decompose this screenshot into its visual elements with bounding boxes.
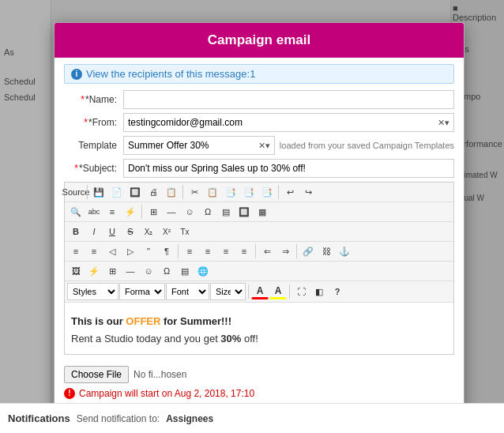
preview-btn[interactable]: 🔲: [126, 184, 144, 200]
copy-btn[interactable]: 📋: [204, 184, 221, 200]
template-btn[interactable]: 📋: [163, 184, 180, 200]
size-select[interactable]: Size: [210, 283, 246, 300]
campaign-email-modal: Campaign email i View the recipients of …: [54, 22, 465, 432]
ul-btn[interactable]: ≡: [85, 243, 103, 259]
choose-file-btn[interactable]: Choose File: [64, 366, 129, 383]
new-page-btn[interactable]: 📄: [108, 184, 126, 200]
pre-btn[interactable]: ¶: [158, 243, 175, 259]
bidi-rtl-btn[interactable]: ⇒: [276, 243, 294, 259]
template-clear-btn[interactable]: ✕▾: [258, 141, 270, 151]
ol-btn[interactable]: ≡: [67, 243, 85, 259]
iframe2-btn[interactable]: ▤: [176, 263, 194, 279]
source2-btn[interactable]: ◧: [310, 284, 328, 299]
page-break-btn[interactable]: ▤: [217, 204, 235, 220]
table-btn[interactable]: ⊞: [145, 204, 162, 220]
replace-btn[interactable]: abc: [85, 204, 103, 220]
align-justify-btn[interactable]: ≡: [235, 243, 253, 259]
toolbar-row-5: 🖼 ⚡ ⊞ — ☺ Ω ▤ 🌐: [65, 262, 453, 281]
indent-btn[interactable]: ▷: [122, 243, 139, 259]
editor-area: Source 💾 📄 🔲 🖨 📋 ✂ 📋 📑 📑 📑 ↩ ↪ 🔍: [64, 182, 454, 355]
sep2: [182, 185, 183, 199]
sep7: [296, 244, 297, 258]
anchor-btn[interactable]: ⚓: [336, 243, 353, 259]
link-btn[interactable]: 🔗: [299, 243, 317, 259]
file-row: Choose File No fi...hosen: [64, 366, 454, 383]
template-value: Summer Offer 30%: [128, 140, 209, 151]
bidi-ltr-btn[interactable]: ⇐: [258, 243, 276, 259]
smiley2-btn[interactable]: ☺: [140, 263, 157, 279]
underline-btn[interactable]: U: [103, 224, 121, 239]
iframe-btn[interactable]: 🔲: [235, 204, 253, 220]
template-label: Template: [64, 140, 123, 151]
offer-text: OFFER: [126, 315, 160, 327]
editor-subtext: Rent a Studio today and you get 30% off!: [71, 333, 447, 345]
editor-content[interactable]: This is our OFFER for Summer!!! Rent a S…: [65, 303, 453, 354]
image-btn[interactable]: 🖼: [67, 263, 85, 279]
info-text: View the recipients of this message:1: [86, 68, 255, 80]
superscript-btn[interactable]: X²: [158, 224, 175, 239]
template-input-container[interactable]: Summer Offer 30% ✕▾: [123, 136, 275, 155]
name-input[interactable]: [123, 90, 454, 109]
modal-title: Campaign email: [55, 23, 464, 58]
print-btn[interactable]: 🖨: [145, 184, 162, 200]
undo-btn[interactable]: ↩: [281, 184, 299, 200]
discount-text: 30%: [220, 333, 241, 345]
paste-btn[interactable]: 📑: [222, 184, 239, 200]
special2-btn[interactable]: Ω: [158, 263, 175, 279]
font-select[interactable]: Font: [166, 283, 209, 300]
info-bar[interactable]: i View the recipients of this message:1: [64, 64, 454, 84]
template-row: Template Summer Offer 30% ✕▾ loaded from…: [64, 136, 454, 155]
toolbar-row-6: Styles Format Font Size A A ⛶ ◧ ?: [65, 281, 453, 303]
strike-btn[interactable]: S: [122, 224, 139, 239]
select-all-btn[interactable]: ≡: [103, 204, 121, 220]
from-label: *From:: [64, 117, 123, 128]
special-char-btn[interactable]: Ω: [199, 204, 216, 220]
hr-btn[interactable]: —: [163, 204, 180, 220]
show-blocks2-btn[interactable]: 🌐: [194, 263, 212, 279]
subject-input[interactable]: [123, 159, 454, 178]
horule2-btn[interactable]: —: [122, 263, 139, 279]
notifications-sub: Send notification to:: [77, 413, 160, 424]
sep3: [278, 185, 279, 199]
italic-btn[interactable]: I: [85, 224, 103, 239]
smiley-btn[interactable]: ☺: [181, 204, 198, 220]
sep8: [248, 284, 249, 299]
spellcheck-btn[interactable]: ⚡: [122, 204, 139, 220]
clear-format-btn[interactable]: Tx: [176, 224, 194, 239]
blockquote-btn[interactable]: ": [140, 243, 157, 259]
bold-btn[interactable]: B: [67, 224, 85, 239]
from-input-container[interactable]: testingcomidor@gmail.com ✕▾: [123, 113, 454, 132]
align-center-btn[interactable]: ≡: [199, 243, 216, 259]
find-btn[interactable]: 🔍: [67, 204, 85, 220]
paste-plain-btn[interactable]: 📑: [240, 184, 258, 200]
dedent-btn[interactable]: ◁: [103, 243, 121, 259]
bg-color-btn[interactable]: A: [269, 284, 287, 299]
styles-select[interactable]: Styles: [67, 283, 118, 300]
subscript-btn[interactable]: X₂: [140, 224, 157, 239]
font-color-btn[interactable]: A: [251, 284, 269, 299]
align-right-btn[interactable]: ≡: [217, 243, 235, 259]
toolbar-row-1: Source 💾 📄 🔲 🖨 📋 ✂ 📋 📑 📑 📑 ↩ ↪: [65, 183, 453, 202]
flash-btn[interactable]: ⚡: [85, 263, 103, 279]
help-btn[interactable]: ?: [329, 284, 346, 299]
modal-body: i View the recipients of this message:1 …: [55, 58, 464, 361]
save-btn[interactable]: 💾: [90, 184, 107, 200]
redo-btn[interactable]: ↪: [299, 184, 317, 200]
from-clear-btn[interactable]: ✕▾: [438, 118, 449, 128]
sep9: [289, 284, 290, 299]
show-blocks-btn[interactable]: ▦: [254, 204, 271, 220]
cut-btn[interactable]: ✂: [186, 184, 203, 200]
file-name: No fi...hosen: [134, 369, 186, 380]
info-icon: i: [71, 69, 82, 80]
heading-prefix: This is our: [71, 315, 126, 327]
template-loaded-text: loaded from your saved Campaign Template…: [280, 141, 454, 150]
format-select[interactable]: Format: [119, 283, 165, 300]
table2-btn[interactable]: ⊞: [103, 263, 121, 279]
source-btn[interactable]: Source: [67, 184, 85, 200]
align-left-btn[interactable]: ≡: [181, 243, 198, 259]
maximize-btn[interactable]: ⛶: [292, 284, 310, 299]
sep1: [87, 185, 88, 199]
subject-label: *Subject:: [64, 163, 123, 174]
unlink-btn[interactable]: ⛓: [318, 243, 335, 259]
paste-word-btn[interactable]: 📑: [258, 184, 276, 200]
